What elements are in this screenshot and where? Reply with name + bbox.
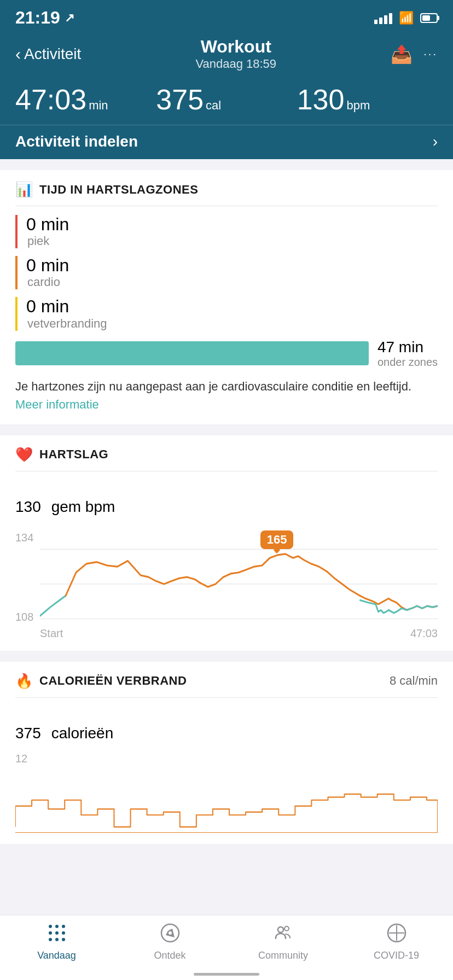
header-center: Workout Vandaag 18:59 bbox=[195, 37, 276, 71]
stats-row: 47:03min 375cal 130bpm bbox=[0, 81, 453, 125]
stat-calories: 375cal bbox=[156, 85, 297, 114]
svg-point-8 bbox=[62, 931, 65, 935]
stat-bpm: 130bpm bbox=[297, 85, 438, 114]
heart-zones-header: 📊 TIJD IN HARTSLAGZONES bbox=[15, 181, 438, 206]
chevron-left-icon: ‹ bbox=[15, 45, 21, 63]
hartslag-chart-container: 134 108 165 Start bbox=[15, 526, 438, 640]
chevron-right-icon: › bbox=[433, 133, 438, 150]
community-icon bbox=[274, 923, 293, 947]
battery-icon bbox=[420, 13, 438, 23]
hartslag-avg: 130 gem bpm bbox=[15, 480, 438, 517]
hartslag-section: ❤️ HARTSLAG 130 gem bpm 134 108 165 bbox=[0, 435, 453, 651]
calories-value: 375 calorieën bbox=[15, 707, 438, 744]
calories-chart-svg bbox=[15, 767, 438, 833]
nav-covid-label: COVID-19 bbox=[374, 950, 419, 961]
nav-ontdek[interactable]: Ontdek bbox=[113, 923, 226, 961]
svg-point-7 bbox=[55, 931, 59, 935]
heart-zones-title: TIJD IN HARTSLAGZONES bbox=[39, 183, 198, 197]
nav-covid[interactable]: COVID-19 bbox=[340, 923, 453, 961]
calories-title: CALORIEËN VERBRAND bbox=[39, 674, 187, 688]
bottom-nav: Vandaag Ontdek Community bbox=[0, 915, 453, 980]
svg-point-4 bbox=[55, 925, 59, 928]
under-zones-row: 47 min onder zones bbox=[15, 339, 438, 369]
calories-section: 🔥 CALORIEËN VERBRAND 8 cal/min 375 calor… bbox=[0, 662, 453, 844]
zone-cardio: 0 min cardio bbox=[15, 256, 438, 289]
svg-point-10 bbox=[55, 938, 59, 941]
hartslag-chart: 165 bbox=[15, 526, 438, 625]
meer-informatie-link[interactable]: Meer informatie bbox=[15, 398, 99, 411]
activity-banner[interactable]: Activiteit indelen › bbox=[0, 125, 453, 159]
under-zones-info: 47 min onder zones bbox=[378, 339, 438, 369]
chart-x-labels: Start 47:03 bbox=[15, 627, 438, 640]
under-zones-bar bbox=[15, 341, 369, 365]
heart-zones-section: 📊 TIJD IN HARTSLAGZONES 0 min piek 0 min… bbox=[0, 170, 453, 424]
svg-point-11 bbox=[62, 938, 65, 941]
svg-point-5 bbox=[62, 925, 65, 928]
calories-chart-wrapper: 12 bbox=[15, 752, 438, 833]
hartslag-header: ❤️ HARTSLAG bbox=[15, 446, 438, 471]
zones-description: Je hartzones zijn nu aangepast aan je ca… bbox=[15, 377, 438, 413]
workout-title: Workout bbox=[195, 37, 276, 57]
ontdek-icon bbox=[160, 923, 180, 947]
wifi-icon: 📶 bbox=[399, 11, 414, 25]
svg-point-3 bbox=[49, 925, 52, 928]
chart-tooltip: 165 bbox=[260, 530, 294, 549]
calories-chart bbox=[15, 767, 438, 833]
calories-rate: 8 cal/min bbox=[390, 674, 438, 688]
svg-point-16 bbox=[284, 926, 289, 931]
covid-icon bbox=[387, 923, 406, 947]
nav-community-label: Community bbox=[258, 950, 308, 961]
signal-icon bbox=[374, 12, 392, 24]
share-button[interactable]: 📤 bbox=[391, 44, 413, 65]
header: ‹ Activiteit Workout Vandaag 18:59 📤 ··· bbox=[0, 32, 453, 81]
nav-vandaag-label: Vandaag bbox=[37, 950, 76, 961]
fire-icon: 🔥 bbox=[15, 673, 33, 690]
nav-vandaag[interactable]: Vandaag bbox=[0, 923, 113, 961]
svg-point-15 bbox=[278, 927, 283, 932]
calories-y-label: 12 bbox=[15, 752, 438, 765]
status-icons: 📶 bbox=[374, 11, 438, 25]
nav-ontdek-label: Ontdek bbox=[154, 950, 185, 961]
more-button[interactable]: ··· bbox=[423, 48, 438, 60]
vandaag-icon bbox=[47, 923, 67, 947]
activity-banner-label: Activiteit indelen bbox=[15, 133, 138, 150]
chart-x-end: 47:03 bbox=[410, 627, 438, 640]
location-icon: ↗ bbox=[65, 11, 74, 25]
svg-point-14 bbox=[169, 931, 172, 935]
zone-piek: 0 min piek bbox=[15, 215, 438, 248]
zone-vet: 0 min vetverbranding bbox=[15, 297, 438, 330]
status-bar: 21:19 ↗ 📶 bbox=[0, 0, 453, 32]
calories-header: 🔥 CALORIEËN VERBRAND 8 cal/min bbox=[15, 673, 438, 698]
hartslag-title: HARTSLAG bbox=[39, 447, 108, 462]
zones-icon: 📊 bbox=[15, 181, 33, 198]
status-time: 21:19 ↗ bbox=[15, 8, 74, 28]
svg-point-6 bbox=[49, 931, 52, 935]
workout-subtitle: Vandaag 18:59 bbox=[195, 57, 276, 71]
hr-chart-svg bbox=[40, 526, 438, 625]
home-indicator bbox=[194, 973, 259, 976]
stat-duration: 47:03min bbox=[15, 85, 156, 114]
heart-icon: ❤️ bbox=[15, 446, 33, 463]
chart-x-start: Start bbox=[40, 627, 63, 640]
nav-community[interactable]: Community bbox=[226, 923, 340, 961]
header-actions: 📤 ··· bbox=[391, 44, 438, 65]
back-button[interactable]: ‹ Activiteit bbox=[15, 45, 81, 63]
svg-point-9 bbox=[49, 938, 52, 941]
